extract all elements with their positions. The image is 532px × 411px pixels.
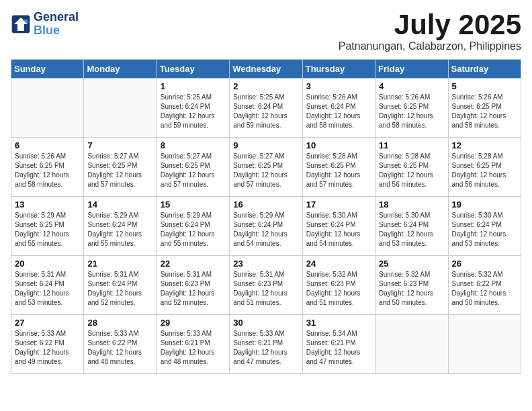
location-title: Patnanungan, Calabarzon, Philippines — [339, 40, 521, 52]
day-info: Sunrise: 5:26 AM Sunset: 6:25 PM Dayligh… — [452, 93, 517, 130]
day-number: 24 — [306, 259, 371, 269]
month-title: July 2025 — [339, 11, 521, 39]
day-info: Sunrise: 5:31 AM Sunset: 6:24 PM Dayligh… — [87, 270, 152, 308]
calendar-cell: 12Sunrise: 5:28 AM Sunset: 6:25 PM Dayli… — [448, 138, 521, 197]
calendar-cell: 18Sunrise: 5:30 AM Sunset: 6:24 PM Dayli… — [375, 197, 448, 256]
logo-icon — [11, 14, 31, 34]
calendar-cell: 2Sunrise: 5:25 AM Sunset: 6:24 PM Daylig… — [230, 79, 302, 138]
day-info: Sunrise: 5:30 AM Sunset: 6:24 PM Dayligh… — [306, 211, 371, 248]
day-info: Sunrise: 5:33 AM Sunset: 6:21 PM Dayligh… — [161, 329, 226, 367]
day-info: Sunrise: 5:28 AM Sunset: 6:25 PM Dayligh… — [379, 152, 444, 189]
day-number: 5 — [452, 81, 517, 91]
weekday-header-friday: Friday — [375, 60, 448, 79]
day-number: 11 — [379, 140, 444, 150]
day-number: 6 — [15, 140, 80, 150]
weekday-header-row: SundayMondayTuesdayWednesdayThursdayFrid… — [11, 60, 521, 79]
day-number: 16 — [233, 199, 298, 210]
calendar-cell: 8Sunrise: 5:27 AM Sunset: 6:25 PM Daylig… — [157, 138, 229, 197]
day-number: 12 — [452, 140, 517, 150]
calendar-cell: 1Sunrise: 5:25 AM Sunset: 6:24 PM Daylig… — [157, 79, 229, 138]
day-number: 2 — [233, 81, 298, 91]
day-info: Sunrise: 5:31 AM Sunset: 6:23 PM Dayligh… — [161, 270, 226, 308]
calendar-cell: 24Sunrise: 5:32 AM Sunset: 6:23 PM Dayli… — [302, 256, 375, 315]
day-number: 27 — [15, 318, 80, 328]
page-header: General Blue July 2025 Patnanungan, Cala… — [11, 11, 521, 52]
calendar-cell: 13Sunrise: 5:29 AM Sunset: 6:25 PM Dayli… — [11, 197, 84, 256]
day-info: Sunrise: 5:33 AM Sunset: 6:21 PM Dayligh… — [233, 329, 298, 367]
day-info: Sunrise: 5:25 AM Sunset: 6:24 PM Dayligh… — [233, 93, 298, 130]
calendar-cell: 9Sunrise: 5:27 AM Sunset: 6:25 PM Daylig… — [230, 138, 302, 197]
calendar-cell: 27Sunrise: 5:33 AM Sunset: 6:22 PM Dayli… — [11, 315, 84, 374]
calendar-cell — [375, 315, 448, 374]
day-number: 26 — [452, 259, 517, 269]
weekday-header-tuesday: Tuesday — [157, 60, 229, 79]
day-info: Sunrise: 5:27 AM Sunset: 6:25 PM Dayligh… — [233, 152, 298, 189]
day-info: Sunrise: 5:29 AM Sunset: 6:24 PM Dayligh… — [87, 211, 152, 248]
logo: General Blue — [11, 11, 79, 38]
day-number: 14 — [87, 199, 152, 210]
week-row-4: 20Sunrise: 5:31 AM Sunset: 6:24 PM Dayli… — [11, 256, 521, 315]
calendar-cell: 6Sunrise: 5:26 AM Sunset: 6:25 PM Daylig… — [11, 138, 84, 197]
week-row-5: 27Sunrise: 5:33 AM Sunset: 6:22 PM Dayli… — [11, 315, 521, 374]
day-number: 7 — [87, 140, 152, 150]
weekday-header-monday: Monday — [84, 60, 157, 79]
day-info: Sunrise: 5:30 AM Sunset: 6:24 PM Dayligh… — [379, 211, 444, 248]
calendar-cell: 11Sunrise: 5:28 AM Sunset: 6:25 PM Dayli… — [375, 138, 448, 197]
calendar-cell: 3Sunrise: 5:26 AM Sunset: 6:24 PM Daylig… — [302, 79, 375, 138]
day-info: Sunrise: 5:26 AM Sunset: 6:24 PM Dayligh… — [306, 93, 371, 130]
day-info: Sunrise: 5:32 AM Sunset: 6:22 PM Dayligh… — [452, 270, 517, 308]
calendar-cell: 16Sunrise: 5:29 AM Sunset: 6:24 PM Dayli… — [230, 197, 302, 256]
day-info: Sunrise: 5:25 AM Sunset: 6:24 PM Dayligh… — [161, 93, 226, 130]
day-number: 21 — [87, 259, 152, 269]
day-number: 10 — [306, 140, 371, 150]
day-number: 15 — [161, 199, 226, 210]
day-number: 22 — [161, 259, 226, 269]
calendar-cell: 31Sunrise: 5:34 AM Sunset: 6:21 PM Dayli… — [302, 315, 375, 374]
day-info: Sunrise: 5:33 AM Sunset: 6:22 PM Dayligh… — [87, 329, 152, 367]
day-info: Sunrise: 5:29 AM Sunset: 6:25 PM Dayligh… — [15, 211, 80, 248]
calendar-cell: 20Sunrise: 5:31 AM Sunset: 6:24 PM Dayli… — [11, 256, 84, 315]
day-number: 23 — [233, 259, 298, 269]
logo-line1: General — [34, 11, 79, 24]
calendar-cell: 21Sunrise: 5:31 AM Sunset: 6:24 PM Dayli… — [84, 256, 157, 315]
day-info: Sunrise: 5:28 AM Sunset: 6:25 PM Dayligh… — [306, 152, 371, 189]
calendar-cell: 23Sunrise: 5:31 AM Sunset: 6:23 PM Dayli… — [230, 256, 302, 315]
week-row-3: 13Sunrise: 5:29 AM Sunset: 6:25 PM Dayli… — [11, 197, 521, 256]
day-info: Sunrise: 5:33 AM Sunset: 6:22 PM Dayligh… — [15, 329, 80, 367]
day-number: 17 — [306, 199, 371, 210]
day-info: Sunrise: 5:27 AM Sunset: 6:25 PM Dayligh… — [87, 152, 152, 189]
day-number: 29 — [161, 318, 226, 328]
day-number: 4 — [379, 81, 444, 91]
day-number: 8 — [161, 140, 226, 150]
week-row-1: 1Sunrise: 5:25 AM Sunset: 6:24 PM Daylig… — [11, 79, 521, 138]
calendar-table: SundayMondayTuesdayWednesdayThursdayFrid… — [11, 59, 521, 374]
weekday-header-thursday: Thursday — [302, 60, 375, 79]
day-number: 9 — [233, 140, 298, 150]
day-number: 3 — [306, 81, 371, 91]
day-number: 31 — [306, 318, 371, 328]
day-number: 1 — [161, 81, 226, 91]
day-info: Sunrise: 5:34 AM Sunset: 6:21 PM Dayligh… — [306, 329, 371, 367]
day-info: Sunrise: 5:31 AM Sunset: 6:23 PM Dayligh… — [233, 270, 298, 308]
calendar-cell: 5Sunrise: 5:26 AM Sunset: 6:25 PM Daylig… — [448, 79, 521, 138]
day-number: 20 — [15, 259, 80, 269]
day-number: 28 — [87, 318, 152, 328]
day-info: Sunrise: 5:27 AM Sunset: 6:25 PM Dayligh… — [161, 152, 226, 189]
day-number: 30 — [233, 318, 298, 328]
day-info: Sunrise: 5:30 AM Sunset: 6:24 PM Dayligh… — [452, 211, 517, 248]
day-info: Sunrise: 5:31 AM Sunset: 6:24 PM Dayligh… — [15, 270, 80, 308]
logo-text: General Blue — [34, 11, 79, 38]
calendar-cell: 19Sunrise: 5:30 AM Sunset: 6:24 PM Dayli… — [448, 197, 521, 256]
calendar-cell: 7Sunrise: 5:27 AM Sunset: 6:25 PM Daylig… — [84, 138, 157, 197]
calendar-cell: 28Sunrise: 5:33 AM Sunset: 6:22 PM Dayli… — [84, 315, 157, 374]
day-number: 25 — [379, 259, 444, 269]
calendar-cell: 15Sunrise: 5:29 AM Sunset: 6:24 PM Dayli… — [157, 197, 229, 256]
weekday-header-saturday: Saturday — [448, 60, 521, 79]
week-row-2: 6Sunrise: 5:26 AM Sunset: 6:25 PM Daylig… — [11, 138, 521, 197]
calendar-cell: 10Sunrise: 5:28 AM Sunset: 6:25 PM Dayli… — [302, 138, 375, 197]
calendar-cell: 17Sunrise: 5:30 AM Sunset: 6:24 PM Dayli… — [302, 197, 375, 256]
day-info: Sunrise: 5:28 AM Sunset: 6:25 PM Dayligh… — [452, 152, 517, 189]
day-info: Sunrise: 5:26 AM Sunset: 6:25 PM Dayligh… — [379, 93, 444, 130]
day-number: 19 — [452, 199, 517, 210]
day-info: Sunrise: 5:29 AM Sunset: 6:24 PM Dayligh… — [161, 211, 226, 248]
